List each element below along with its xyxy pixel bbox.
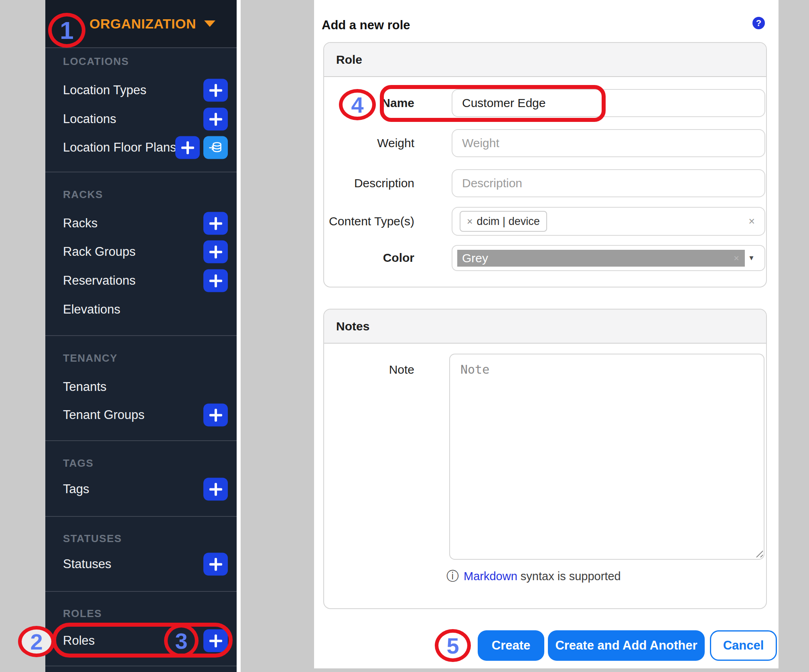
sidebar-item-label: Tenants	[63, 380, 107, 394]
sidebar-section-divider	[45, 335, 237, 336]
add-reservations-button[interactable]	[203, 269, 228, 292]
sidebar-item-tags[interactable]: Tags	[45, 475, 237, 504]
sidebar-item-tenant-groups[interactable]: Tenant Groups	[45, 401, 237, 429]
add-rack-groups-button[interactable]	[203, 241, 228, 263]
note-label: Note	[318, 362, 414, 377]
sidebar-section-divider	[45, 440, 237, 441]
add-racks-button[interactable]	[203, 212, 228, 235]
annotation-rect-name	[380, 85, 606, 122]
dropdown-caret-icon[interactable]: ▼	[748, 254, 755, 262]
import-icon	[209, 142, 223, 154]
weight-label: Weight	[318, 136, 414, 150]
plus-icon	[209, 274, 222, 287]
annotation-circle-4: 4	[339, 89, 376, 120]
add-tags-button[interactable]	[203, 478, 228, 501]
clear-field-icon[interactable]: ×	[748, 215, 757, 228]
content-type-tag-label: dcim | device	[477, 215, 540, 228]
add-locations-button[interactable]	[203, 108, 228, 131]
content-types-label: Content Type(s)	[318, 214, 414, 229]
page-title: Add a new role	[322, 18, 410, 32]
role-card-title: Role	[336, 53, 362, 67]
organization-sidebar: ORGANIZATION LOCATIONSLocation TypesLoca…	[45, 0, 237, 672]
cancel-button[interactable]: Cancel	[710, 630, 777, 661]
sidebar-heading-locations: LOCATIONS	[63, 55, 129, 68]
sidebar-item-elevations[interactable]: Elevations	[45, 295, 237, 324]
remove-color-icon[interactable]: ×	[734, 253, 739, 264]
sidebar-section-divider	[45, 666, 237, 666]
plus-icon	[209, 558, 222, 571]
plus-icon	[209, 217, 222, 230]
sidebar-item-label: Locations	[63, 112, 116, 126]
sidebar-item-statuses[interactable]: Statuses	[45, 550, 237, 579]
add-tenant-groups-button[interactable]	[203, 404, 228, 427]
screenshot-canvas: ORGANIZATION LOCATIONSLocation TypesLoca…	[0, 0, 809, 672]
sidebar-item-label: Reservations	[63, 273, 136, 288]
plus-icon	[209, 245, 222, 258]
sidebar-item-label: Tags	[63, 482, 89, 496]
markdown-link[interactable]: Markdown	[464, 570, 517, 583]
sidebar-item-tenants[interactable]: Tenants	[45, 372, 237, 401]
organization-menu-title[interactable]: ORGANIZATION	[89, 16, 196, 32]
plus-icon	[209, 113, 222, 125]
sidebar-item-locations[interactable]: Locations	[45, 105, 237, 134]
add-location-types-button[interactable]	[203, 79, 228, 102]
description-input[interactable]	[452, 169, 765, 197]
notes-card-title: Notes	[336, 320, 369, 333]
sidebar-item-label: Elevations	[63, 302, 120, 317]
remove-tag-icon[interactable]: ×	[467, 216, 473, 227]
import-location-floor-plans-button[interactable]	[203, 136, 228, 159]
color-select[interactable]: Grey × ▼	[452, 245, 765, 271]
annotation-rect-roles	[52, 623, 233, 658]
sidebar-item-location-floor-plans[interactable]: Location Floor Plans	[45, 133, 237, 162]
color-label: Color	[318, 251, 414, 265]
note-textarea[interactable]	[449, 354, 764, 560]
plus-icon	[181, 141, 194, 154]
sidebar-section-divider	[45, 591, 237, 592]
sidebar-heading-racks: RACKS	[63, 188, 103, 201]
sidebar-item-location-types[interactable]: Location Types	[45, 76, 237, 105]
content-type-tag: × dcim | device	[460, 211, 547, 232]
content-types-multiselect[interactable]: × dcim | device ×	[452, 207, 765, 236]
sidebar-item-label: Statuses	[63, 557, 112, 571]
sidebar-heading-tenancy: TENANCY	[63, 352, 118, 364]
sidebar-section-divider	[45, 516, 237, 517]
role-card-header: Role	[324, 43, 766, 77]
sidebar-heading-statuses: STATUSES	[63, 532, 122, 545]
weight-input[interactable]	[452, 129, 765, 157]
sidebar-item-racks[interactable]: Racks	[45, 209, 237, 238]
add-location-floor-plans-button[interactable]	[175, 136, 200, 159]
create-button[interactable]: Create	[478, 630, 544, 661]
notes-card-header: Notes	[324, 310, 766, 344]
description-label: Description	[318, 176, 414, 190]
sidebar-right-edge	[237, 0, 241, 672]
color-selected-swatch: Grey ×	[457, 250, 745, 267]
sidebar-section-divider	[45, 172, 237, 172]
annotation-circle-5: 5	[435, 629, 471, 662]
info-icon: ⓘ	[446, 568, 459, 585]
annotation-circle-3: 3	[164, 624, 199, 658]
chevron-down-icon	[204, 20, 215, 27]
markdown-hint: ⓘ Markdown syntax is supported	[446, 568, 621, 585]
sidebar-item-label: Racks	[63, 216, 97, 231]
sidebar-heading-roles: ROLES	[63, 607, 102, 620]
color-selected-label: Grey	[462, 251, 488, 265]
sidebar-item-label: Location Types	[63, 83, 146, 97]
add-statuses-button[interactable]	[203, 553, 228, 576]
annotation-circle-1: 1	[48, 13, 85, 48]
annotation-circle-2: 2	[18, 626, 55, 657]
plus-icon	[209, 483, 222, 496]
sidebar-item-label: Location Floor Plans	[63, 140, 176, 155]
sidebar-item-rack-groups[interactable]: Rack Groups	[45, 237, 237, 266]
markdown-hint-text: syntax is supported	[517, 570, 621, 583]
sidebar-heading-tags: TAGS	[63, 457, 93, 470]
plus-icon	[209, 409, 222, 421]
help-icon[interactable]: ?	[752, 17, 765, 29]
sidebar-item-label: Rack Groups	[63, 245, 136, 259]
sidebar-item-label: Tenant Groups	[63, 408, 144, 422]
sidebar-item-reservations[interactable]: Reservations	[45, 266, 237, 295]
plus-icon	[209, 84, 222, 97]
create-and-add-another-button[interactable]: Create and Add Another	[548, 630, 705, 661]
